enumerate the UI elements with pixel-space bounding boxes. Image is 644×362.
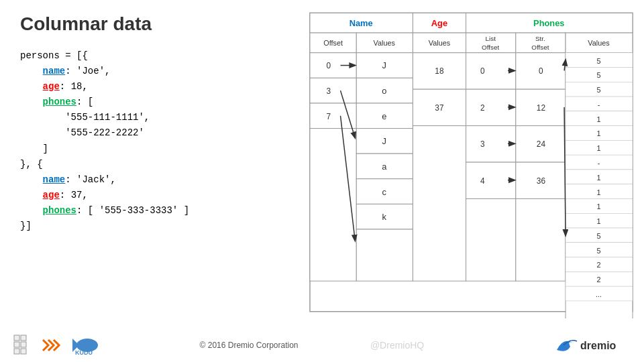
svg-text:1: 1 — [597, 115, 601, 123]
svg-rect-84 — [14, 342, 19, 347]
svg-rect-14 — [310, 78, 356, 103]
code-line-5: '555-111-1111', — [20, 110, 302, 125]
code-line-11: phones: [ '555-333-3333' ] — [20, 203, 302, 219]
svg-text:Offset: Offset — [482, 44, 499, 51]
footer-copyright: © 2016 Dremio Corporation — [200, 341, 299, 350]
svg-text:1: 1 — [597, 144, 601, 152]
str-offset-0: 0 — [539, 66, 543, 76]
name-val-o: o — [382, 86, 386, 96]
svg-rect-82 — [14, 335, 19, 341]
str-offset-12: 12 — [537, 103, 545, 113]
svg-rect-37 — [516, 198, 566, 281]
slide-title: Columnar data — [20, 13, 302, 35]
code-line-2: name: 'Joe', — [20, 64, 302, 79]
name-val-e: e — [382, 111, 386, 121]
kudu-logo-icon: KUDU — [67, 335, 101, 356]
footer: KUDU © 2016 Dremio Corporation @DremioHQ… — [0, 333, 644, 357]
svg-text:Offset: Offset — [531, 44, 549, 51]
name-val-J1: J — [382, 60, 386, 70]
name-val-J2: J — [382, 136, 386, 146]
diagram-panel: Name Age Phones Offset Values Values Lis… — [309, 10, 634, 318]
phones-header: Phones — [533, 18, 564, 28]
list-offset-subheader: List — [486, 35, 496, 42]
svg-rect-86 — [14, 349, 19, 354]
svg-text:5: 5 — [597, 71, 601, 79]
svg-rect-27 — [413, 126, 466, 282]
list-offset-0: 0 — [480, 66, 485, 76]
code-line-6: '555-222-2222' — [20, 125, 302, 141]
list-offset-3: 3 — [480, 139, 485, 149]
code-line-7: ] — [20, 141, 302, 157]
age-values-subheader: Values — [429, 39, 451, 47]
footer-watermark: @DremioHQ — [370, 340, 424, 351]
svg-rect-85 — [21, 342, 26, 347]
name-offset-0: 0 — [326, 61, 331, 70]
svg-rect-16 — [310, 129, 356, 282]
svg-text:...: ... — [596, 290, 602, 298]
arrow-icon — [40, 335, 62, 356]
svg-rect-83 — [21, 335, 26, 341]
svg-text:1: 1 — [597, 217, 601, 225]
svg-text:5: 5 — [597, 57, 601, 65]
str-offset-subheader: Str. — [535, 35, 545, 42]
svg-rect-87 — [21, 349, 26, 354]
str-offset-24: 24 — [537, 139, 546, 149]
code-line-9: name: 'Jack', — [20, 172, 302, 188]
code-line-12: }] — [20, 219, 302, 234]
name-val-a: a — [382, 162, 387, 172]
svg-text:1: 1 — [597, 129, 601, 137]
list-offset-2: 2 — [480, 103, 485, 113]
code-line-8: }, { — [20, 157, 302, 172]
svg-text:-: - — [598, 159, 600, 167]
offset-subheader: Offset — [323, 39, 343, 47]
svg-text:1: 1 — [597, 202, 601, 210]
svg-text:-: - — [598, 101, 600, 109]
age-header: Age — [431, 18, 447, 28]
left-panel: Columnar data persons = [{ name: 'Joe', … — [20, 13, 302, 234]
code-line-10: age: 37, — [20, 188, 302, 203]
svg-text:2: 2 — [597, 276, 601, 284]
svg-text:5: 5 — [597, 86, 601, 94]
age-val-37: 37 — [435, 103, 443, 113]
dremio-logo-icon: dremio — [550, 333, 631, 357]
svg-text:1: 1 — [597, 174, 601, 182]
code-line-1: persons = [{ — [20, 48, 302, 64]
footer-logos: KUDU — [13, 335, 101, 356]
name-offset-7: 7 — [326, 112, 331, 121]
str-offset-36: 36 — [537, 176, 546, 186]
footer-right: dremio — [550, 333, 631, 357]
name-offset-3: 3 — [326, 86, 331, 96]
svg-rect-24 — [356, 229, 413, 281]
svg-text:KUDU: KUDU — [75, 349, 93, 356]
name-header: Name — [350, 18, 373, 28]
phone-values-subheader: Values — [588, 39, 610, 47]
name-values-subheader: Values — [374, 39, 396, 47]
columnar-diagram: Name Age Phones Offset Values Values Lis… — [309, 10, 634, 318]
svg-text:5: 5 — [597, 247, 601, 255]
svg-text:5: 5 — [597, 232, 601, 240]
name-val-c: c — [382, 187, 387, 197]
svg-text:dremio: dremio — [580, 340, 616, 351]
svg-text:1: 1 — [597, 188, 601, 196]
svg-text:2: 2 — [597, 261, 601, 269]
svg-rect-32 — [466, 198, 516, 281]
age-val-18: 18 — [435, 66, 444, 76]
code-block: persons = [{ name: 'Joe', age: 18, phone… — [20, 48, 302, 234]
code-line-4: phones: [ — [20, 95, 302, 110]
name-val-k: k — [382, 212, 387, 222]
hadoop-icon — [13, 335, 35, 356]
svg-rect-15 — [310, 103, 356, 129]
list-offset-4: 4 — [480, 176, 485, 186]
code-line-3: age: 18, — [20, 79, 302, 95]
